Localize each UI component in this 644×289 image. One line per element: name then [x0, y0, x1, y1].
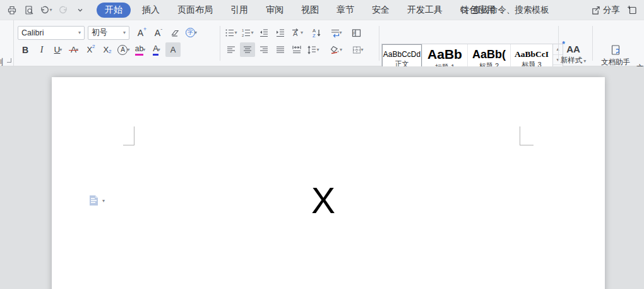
clipboard-group-clipped: 刷 — [0, 20, 14, 66]
dropdown-arrow-icon: ▾ — [583, 58, 586, 64]
text-tool-button[interactable]: F — [349, 25, 364, 40]
enclosed-character-button[interactable]: 字 ▾ — [184, 25, 199, 40]
tab-references[interactable]: 引用 — [222, 3, 257, 18]
dropdown-arrow-icon: ▾ — [234, 30, 237, 35]
tab-section[interactable]: 章节 — [328, 3, 363, 18]
text-effects-icon: A — [117, 45, 128, 55]
highlight-color-button[interactable]: ab▾ — [133, 42, 148, 57]
align-left-button[interactable] — [224, 42, 239, 57]
font-name-value: Calibri — [21, 28, 44, 37]
document-text[interactable]: X — [52, 181, 595, 221]
print-button[interactable] — [4, 3, 20, 17]
dropdown-arrow-icon: ▾ — [361, 47, 364, 52]
new-document-button[interactable] — [624, 3, 640, 17]
style-preview: AaBb( — [472, 49, 506, 61]
increase-indent-button[interactable] — [273, 25, 288, 40]
shrink-font-glyph: A — [155, 28, 160, 37]
customize-toolbar-button[interactable] — [73, 3, 88, 17]
font-size-value: 初号 — [92, 27, 107, 38]
new-style-button[interactable]: *AA 新样式 ▾ — [556, 44, 591, 65]
circled-character-icon: 字 — [186, 28, 195, 37]
share-label: 分享 — [603, 4, 620, 16]
text-direction-button[interactable]: A ▾ — [289, 25, 304, 40]
align-right-icon — [259, 45, 269, 55]
undo-button[interactable]: ▾ — [39, 3, 54, 17]
show-paragraph-marks-button[interactable]: ▾ — [328, 25, 343, 40]
dropdown-arrow-icon: ▾ — [251, 30, 253, 35]
tab-security[interactable]: 安全 — [363, 3, 398, 18]
font-name-select[interactable]: Calibri ▾ — [18, 26, 85, 40]
share-button[interactable]: 分享 — [591, 3, 620, 17]
new-style-label: 新样式 ▾ — [561, 56, 587, 65]
dropdown-arrow-icon: ▾ — [143, 47, 145, 52]
tab-view[interactable]: 视图 — [292, 3, 328, 18]
numbered-list-button[interactable]: 12 ▾ — [240, 25, 255, 40]
undo-icon — [40, 5, 50, 15]
justify-button[interactable] — [273, 42, 288, 57]
dropdown-arrow-icon: ▾ — [127, 47, 129, 52]
justify-icon — [275, 45, 285, 55]
shading-bucket-icon — [330, 45, 340, 55]
search-placeholder: 查找命令、搜索模板 — [472, 4, 549, 16]
character-shading-button[interactable]: A — [165, 42, 181, 57]
italic-button[interactable]: I — [34, 42, 49, 57]
decrease-indent-button[interactable] — [256, 25, 271, 40]
bullet-list-icon — [225, 28, 235, 38]
svg-text:1: 1 — [242, 28, 244, 32]
increase-font-size-button[interactable]: A+ — [134, 25, 150, 40]
command-search[interactable]: 查找命令、搜索模板 — [460, 0, 549, 20]
titlebar-right-actions: 分享 — [591, 0, 640, 20]
document-page[interactable]: ▾ X — [52, 77, 605, 289]
bullet-list-button[interactable]: ▾ — [224, 25, 239, 40]
clear-formatting-button[interactable] — [167, 25, 182, 40]
align-center-button[interactable] — [240, 42, 255, 57]
style-preview: AaBbCcDd — [383, 51, 420, 59]
tab-home[interactable]: 开始 — [97, 3, 131, 18]
line-spacing-button[interactable]: ▾ — [306, 42, 321, 57]
dropdown-arrow-icon: ▾ — [158, 47, 160, 52]
borders-icon — [352, 45, 362, 55]
distribute-text-button[interactable] — [289, 42, 304, 57]
subscript-button[interactable]: X2 — [100, 42, 115, 57]
borders-button[interactable]: ▾ — [350, 42, 365, 57]
underline-button[interactable]: U▾ — [51, 42, 66, 57]
new-document-icon — [627, 5, 637, 15]
tab-developer-tools[interactable]: 开发工具 — [398, 3, 451, 18]
increase-indent-icon — [275, 28, 285, 38]
decrease-font-size-button[interactable]: A- — [151, 25, 166, 40]
margin-corner-mark-right — [520, 126, 534, 145]
align-center-icon — [242, 45, 253, 55]
strikethrough-button[interactable]: A▾ — [67, 42, 82, 57]
font-color-button[interactable]: A▾ — [149, 42, 164, 57]
style-preview: AaBb — [427, 47, 462, 61]
dropdown-arrow-icon: ▾ — [59, 47, 62, 52]
document-assistant-button[interactable]: 文档助手 — [597, 44, 634, 67]
dropdown-arrow-icon: ▾ — [340, 30, 342, 35]
tab-page-layout[interactable]: 页面布局 — [169, 3, 222, 18]
dialog-launcher-icon[interactable] — [7, 58, 11, 63]
sort-az-icon: AZ — [312, 28, 322, 38]
style-preview: AaBbCcI — [515, 50, 549, 59]
chevron-down-icon — [76, 6, 84, 14]
quick-access-toolbar: ▾ — [0, 3, 88, 17]
undo-dropdown-arrow-icon[interactable]: ▾ — [49, 7, 52, 13]
paragraph-marks-icon — [330, 28, 340, 38]
superscript-button[interactable]: X2 — [83, 42, 98, 57]
text-effects-button[interactable]: A▾ — [116, 42, 131, 57]
menu-tabs: 开始 插入 页面布局 引用 审阅 视图 章节 安全 开发工具 特色应用 — [97, 3, 504, 18]
group-divider — [592, 26, 593, 61]
bold-button[interactable]: B — [18, 42, 33, 57]
document-assistant-label: 文档助手 — [601, 58, 630, 67]
new-style-icon: *AA — [566, 44, 580, 54]
font-size-select[interactable]: 初号 ▾ — [88, 26, 129, 40]
tab-insert[interactable]: 插入 — [133, 3, 169, 18]
shading-button[interactable]: ▾ — [328, 42, 343, 57]
sort-button[interactable]: AZ — [309, 25, 325, 40]
redo-button[interactable] — [56, 3, 71, 17]
margin-corner-mark-left — [123, 126, 134, 145]
tab-review[interactable]: 审阅 — [257, 3, 292, 18]
align-right-button[interactable] — [256, 42, 271, 57]
print-preview-button[interactable] — [21, 3, 37, 17]
dropdown-arrow-icon: ▾ — [316, 47, 319, 52]
document-canvas[interactable]: ▾ X — [0, 66, 644, 289]
